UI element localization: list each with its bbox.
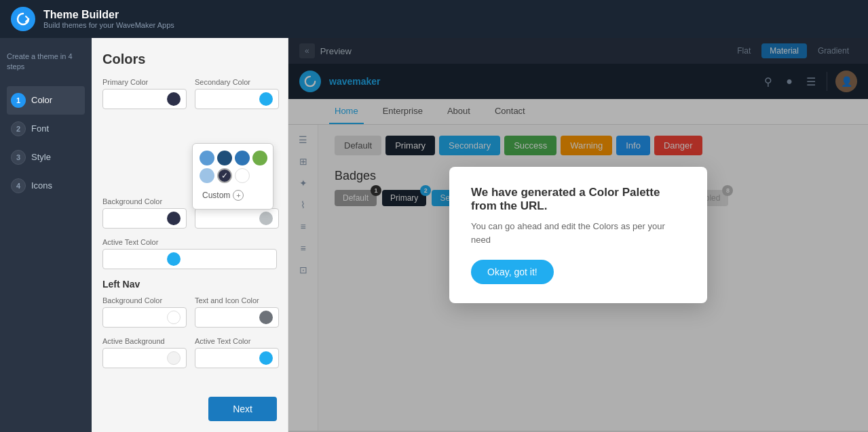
- leftnav-active-bg-wrap[interactable]: rgba(0, 0, 0, 0(: [102, 348, 187, 368]
- colors-panel: Colors Primary Color #2C3049 Secondary C…: [92, 38, 288, 432]
- active-text-row: Active Text Color #21ADF0: [102, 238, 277, 269]
- leftnav-active-bg-label: Active Background: [102, 337, 187, 345]
- step-3-label: Style: [31, 152, 51, 162]
- modal-overlay[interactable]: We have generated a Color Palette from t…: [288, 38, 868, 432]
- secondary-color-label: Secondary Color: [195, 78, 279, 86]
- leftnav-active-bg-input[interactable]: rgba(0, 0, 0, 0(: [109, 353, 163, 363]
- primary-secondary-row: Primary Color #2C3049 Secondary Color #2…: [102, 78, 277, 109]
- swatch-blue-dark[interactable]: [217, 151, 232, 165]
- leftnav-text-field: Text and Icon Color #6D7279: [195, 296, 279, 328]
- swatch-check-icon: ✓: [221, 171, 228, 180]
- step-4-number: 4: [11, 178, 26, 193]
- steps-sidebar: Create a theme in 4 steps 1 Color 2 Font…: [0, 38, 92, 432]
- steps-header: Create a theme in 4 steps: [7, 52, 85, 73]
- swatch-blue-mid[interactable]: [235, 151, 250, 165]
- next-button-wrap: Next: [208, 397, 277, 421]
- step-1-label: Color: [31, 95, 52, 105]
- swatch-blue-pale[interactable]: [200, 168, 214, 183]
- step-3-number: 3: [11, 150, 26, 165]
- left-nav-section-title: Left Nav: [102, 279, 277, 290]
- modal-ok-button[interactable]: Okay, got it!: [471, 260, 554, 284]
- step-3-style[interactable]: 3 Style: [7, 143, 85, 172]
- primary-color-swatch[interactable]: [167, 92, 181, 106]
- colors-title: Colors: [102, 52, 277, 67]
- leftnav-text-wrap[interactable]: #6D7279: [195, 307, 279, 328]
- leftnav-text-input[interactable]: #6D7279: [201, 313, 255, 322]
- app-subtitle: Build themes for your WaveMaker Apps: [43, 21, 174, 29]
- text-icon-input-wrap[interactable]: #BABFC2: [195, 208, 279, 229]
- next-button[interactable]: Next: [208, 397, 277, 421]
- app-logo: [11, 7, 35, 31]
- color-swatches-grid: ✓: [200, 151, 266, 183]
- leftnav-active-text-input[interactable]: #21ADF0: [201, 353, 255, 363]
- primary-color-input-wrap[interactable]: #2C3049: [102, 89, 187, 109]
- leftnav-text-swatch[interactable]: [259, 311, 273, 324]
- preview-area: « Preview Flat Material Gradient wavemak…: [288, 38, 868, 432]
- active-text-swatch[interactable]: [167, 252, 181, 266]
- secondary-color-input[interactable]: #21ADF0: [201, 94, 255, 104]
- leftnav-active-text-wrap[interactable]: #21ADF0: [195, 348, 279, 368]
- primary-color-label: Primary Color: [102, 78, 187, 86]
- step-1-color[interactable]: 1 Color: [7, 86, 85, 115]
- custom-label: Custom: [202, 191, 230, 200]
- active-text-input[interactable]: #21ADF0: [109, 254, 163, 264]
- color-picker-popup: ✓ Custom +: [192, 143, 273, 210]
- step-1-number: 1: [11, 93, 26, 108]
- step-2-number: 2: [11, 121, 26, 136]
- leftnav-bg-field: Background Color #FFFFFF: [102, 296, 187, 328]
- leftnav-active-bg-field: Active Background rgba(0, 0, 0, 0(: [102, 337, 187, 368]
- leftnav-bg-input[interactable]: #FFFFFF: [109, 313, 163, 322]
- bg-color-input[interactable]: #2C3049: [109, 214, 163, 223]
- step-4-label: Icons: [31, 180, 52, 191]
- leftnav-bg-label: Background Color: [102, 296, 187, 305]
- leftnav-bg-text-row: Background Color #FFFFFF Text and Icon C…: [102, 296, 277, 328]
- app-title: Theme Builder: [43, 9, 174, 21]
- step-4-icons[interactable]: 4 Icons: [7, 172, 85, 200]
- custom-plus-icon: +: [233, 190, 244, 201]
- swatch-white[interactable]: [235, 168, 250, 183]
- bg-color-swatch[interactable]: [167, 212, 181, 225]
- primary-color-field: Primary Color #2C3049: [102, 78, 187, 109]
- leftnav-active-bg-swatch[interactable]: [167, 351, 181, 365]
- swatch-dark-selected[interactable]: ✓: [217, 168, 232, 183]
- leftnav-text-label: Text and Icon Color: [195, 296, 279, 305]
- secondary-color-swatch[interactable]: [259, 92, 273, 106]
- active-text-label: Active Text Color: [102, 238, 277, 246]
- leftnav-active-text-field: Active Text Color #21ADF0: [195, 337, 279, 368]
- leftnav-bg-swatch[interactable]: [167, 311, 181, 324]
- bg-color-input-wrap[interactable]: #2C3049: [102, 208, 187, 229]
- active-text-field: Active Text Color #21ADF0: [102, 238, 277, 269]
- app-title-group: Theme Builder Build themes for your Wave…: [43, 9, 174, 29]
- modal-dialog: We have generated a Color Palette from t…: [449, 167, 707, 303]
- custom-color-button[interactable]: Custom +: [200, 189, 266, 202]
- leftnav-active-text-swatch[interactable]: [259, 351, 273, 365]
- active-text-wrap[interactable]: #21ADF0: [102, 249, 277, 269]
- swatch-green[interactable]: [252, 151, 267, 165]
- leftnav-active-text-label: Active Text Color: [195, 337, 279, 345]
- modal-text: You can go ahead and edit the Colors as …: [471, 220, 685, 246]
- bg-color-label: Background Color: [102, 197, 187, 205]
- text-icon-swatch[interactable]: [259, 212, 273, 225]
- step-2-font[interactable]: 2 Font: [7, 115, 85, 143]
- step-2-label: Font: [31, 123, 49, 134]
- primary-color-input[interactable]: #2C3049: [109, 94, 163, 104]
- leftnav-bg-wrap[interactable]: #FFFFFF: [102, 307, 187, 328]
- secondary-color-field: Secondary Color #21ADF0: [195, 78, 279, 109]
- swatch-blue-light[interactable]: [200, 151, 214, 165]
- text-icon-input[interactable]: #BABFC2: [201, 214, 255, 223]
- topbar: Theme Builder Build themes for your Wave…: [0, 0, 868, 38]
- secondary-color-input-wrap[interactable]: #21ADF0: [195, 89, 279, 109]
- leftnav-activebg-activetext-row: Active Background rgba(0, 0, 0, 0( Activ…: [102, 337, 277, 368]
- modal-title: We have generated a Color Palette from t…: [471, 186, 685, 213]
- bg-color-field: Background Color #2C3049: [102, 197, 187, 229]
